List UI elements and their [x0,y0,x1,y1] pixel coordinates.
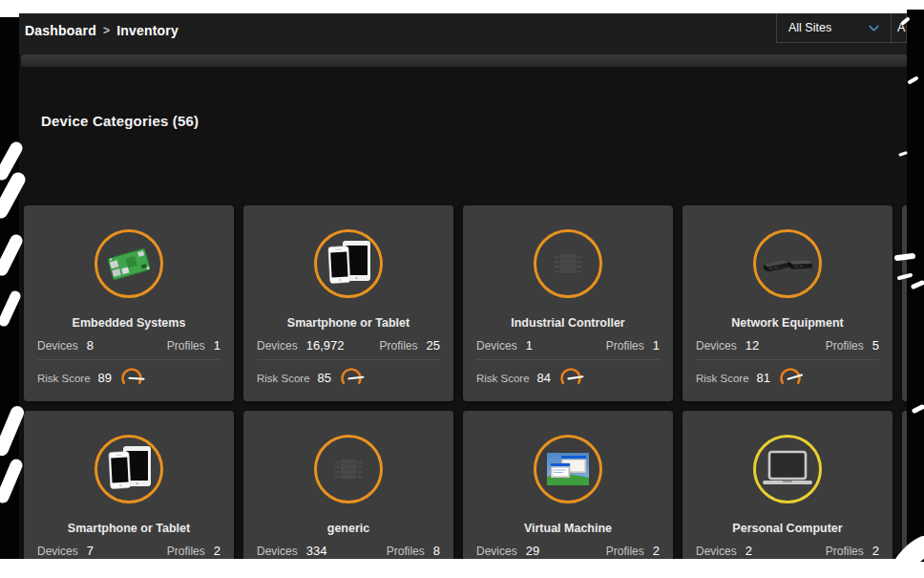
category-ring [94,435,163,503]
devices-value: 2 [746,544,752,558]
top-header-bar: Dashboard > Inventory All Sites A [19,13,907,54]
risk-score-label: Risk Score [37,373,91,384]
profiles-value: 5 [872,338,879,353]
profiles-label: Profiles [826,339,864,353]
profiles-stat: Profiles 2 [606,544,660,558]
devices-value: 29 [526,544,539,558]
risk-gauge-icon [331,367,365,389]
devices-value: 7 [87,544,94,558]
profiles-label: Profiles [167,339,205,353]
category-stats: Devices 334 Profiles 8 [257,544,440,558]
devices-stat: Devices 16,972 [257,338,344,353]
page-title: Device Categories (56) [41,113,199,129]
device-category-card[interactable]: Industrial Controller Devices 1 Profiles… [463,205,673,401]
risk-score-value: 81 [757,371,770,385]
virtual-machine-icon [546,452,590,486]
risk-score-value: 89 [98,371,112,385]
all-sites-label: All Sites [788,21,831,34]
profiles-label: Profiles [167,545,205,558]
category-stats: Devices 1 Profiles 1 [476,338,660,353]
torn-edge-right [907,10,924,562]
devices-value: 12 [746,338,759,353]
category-ring [534,435,602,503]
device-category-card[interactable]: Smartphone or Tablet Devices 7 Profiles … [24,411,234,559]
risk-score-row: Risk Score 85 [257,367,365,389]
profiles-value: 2 [653,544,660,558]
smartphone-tablet-icon [325,238,372,289]
screenshot-canvas: Dashboard > Inventory All Sites A Device… [0,0,924,578]
devices-stat: Devices 29 [476,544,539,558]
category-ring [753,435,822,503]
category-name: Personal Computer [682,522,892,535]
card-divider [476,359,660,360]
profiles-label: Profiles [387,545,425,558]
category-name: Industrial Controller [463,316,673,330]
category-ring [534,229,602,298]
breadcrumb-inventory: Inventory [116,23,178,38]
card-divider [257,359,440,360]
chevron-down-icon [869,25,879,32]
secondary-toolbar-strip [21,54,907,67]
device-category-card[interactable]: Embedded Systems Devices 8 Profiles 1 Ri… [24,205,234,401]
devices-label: Devices [37,339,78,353]
all-sites-dropdown[interactable]: All Sites [776,13,892,43]
category-stats: Devices 12 Profiles 5 [696,338,879,353]
devices-value: 8 [87,338,94,353]
devices-label: Devices [696,339,737,353]
device-category-card[interactable]: Personal Computer Devices 2 Profiles 2 R… [682,411,892,559]
breadcrumb-dashboard[interactable]: Dashboard [25,23,96,38]
risk-score-label: Risk Score [476,373,530,384]
profiles-label: Profiles [826,545,864,558]
main-content: Device Categories (56) Embedded Systems [19,67,907,559]
clipped-dropdown[interactable]: A [892,13,907,43]
profiles-stat: Profiles 1 [167,338,220,353]
profiles-label: Profiles [380,339,418,353]
devices-stat: Devices 12 [696,338,759,353]
risk-gauge-icon [551,367,584,389]
devices-value: 1 [526,338,533,353]
profiles-stat: Profiles 2 [167,544,220,558]
devices-stat: Devices 2 [696,544,752,558]
profiles-label: Profiles [606,545,644,558]
devices-value: 334 [306,544,327,558]
devices-label: Devices [476,339,517,353]
risk-score-row: Risk Score 84 [476,367,584,389]
chip-icon [551,246,585,281]
category-name: Virtual Machine [463,522,673,535]
devices-label: Devices [476,545,517,558]
devices-stat: Devices 334 [257,544,326,558]
profiles-stat: Profiles 8 [387,544,440,558]
devices-stat: Devices 1 [476,338,533,353]
profiles-stat: Profiles 1 [606,338,660,353]
category-stats: Devices 29 Profiles 2 [476,544,660,558]
profiles-stat: Profiles 25 [380,338,440,353]
device-category-card[interactable]: Smartphone or Tablet Devices 16,972 Prof… [243,205,453,401]
breadcrumb: Dashboard > Inventory [25,23,178,38]
devices-value: 16,972 [306,338,345,353]
risk-score-row: Risk Score 89 [37,367,145,389]
card-divider [37,359,220,360]
card-divider [696,359,879,360]
devices-stat: Devices 8 [37,338,94,353]
devices-stat: Devices 7 [37,544,94,558]
risk-score-row: Risk Score 81 [696,367,804,389]
laptop-icon [759,448,816,490]
devices-label: Devices [257,545,298,558]
risk-gauge-icon [770,367,804,389]
profiles-value: 2 [872,544,879,558]
category-name: Smartphone or Tablet [24,522,234,535]
category-stats: Devices 8 Profiles 1 [37,338,220,353]
category-name: generic [243,522,453,535]
site-selector-group: All Sites A [776,13,907,43]
device-category-card[interactable]: generic Devices 334 Profiles 8 Risk Scor… [243,411,453,559]
device-category-card[interactable]: Network Equipment Devices 12 Profiles 5 … [682,205,892,401]
category-ring [314,435,383,503]
device-category-card[interactable]: Virtual Machine Devices 29 Profiles 2 Ri… [463,411,673,559]
torn-edge-left [0,17,19,559]
profiles-value: 2 [214,544,220,558]
risk-score-value: 84 [537,371,551,385]
profiles-value: 8 [433,544,440,558]
profiles-value: 1 [653,338,660,353]
clipped-dropdown-label: A [897,21,905,34]
profiles-value: 25 [427,338,440,353]
